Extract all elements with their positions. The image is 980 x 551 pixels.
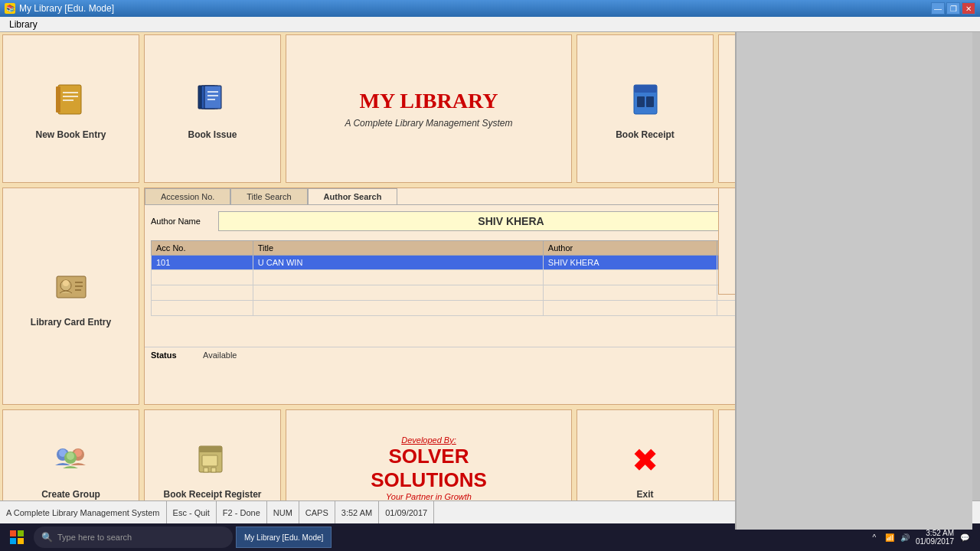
taskbar-time: 3:52 AM <box>916 529 954 537</box>
cell-acc: 101 <box>152 256 253 270</box>
svg-point-37 <box>67 452 74 460</box>
svg-rect-41 <box>204 468 208 472</box>
result-row-1[interactable]: 101 U CAN WIN SHIV KHERA Available <box>152 256 736 270</box>
developer-card: Developed By: SOLVERSOLUTIONS Your Partn… <box>286 409 572 500</box>
search-results: Acc No. Title Author Status 101 U CAN WI… <box>145 240 735 347</box>
right-panel <box>735 32 972 530</box>
book-issue-card[interactable]: Book Issue <box>144 34 281 183</box>
col-acc-no: Acc No. <box>152 241 253 256</box>
restore-button[interactable]: ❐ <box>946 2 960 15</box>
book-icon <box>48 77 94 123</box>
status-label: Status <box>151 350 197 360</box>
brand-title: MY LIBRARY <box>360 89 498 113</box>
menu-bar: Library <box>0 17 980 32</box>
col-author: Author <box>543 241 717 256</box>
book-receipt-card[interactable]: Book Receipt <box>577 34 714 183</box>
create-group-icon <box>48 437 94 483</box>
svg-rect-14 <box>646 96 654 107</box>
book-receipt-register-icon <box>190 437 236 483</box>
taskbar-icons: ^ 📶 🔊 <box>868 531 911 543</box>
menu-library[interactable]: Library <box>3 18 44 31</box>
status-date: 01/09/2017 <box>379 501 434 523</box>
close-button[interactable]: ✕ <box>962 2 975 15</box>
taskbar-search-placeholder: Type here to search <box>57 533 132 542</box>
col-title: Title <box>253 241 543 256</box>
exit-label: Exit <box>636 489 653 500</box>
exit-card[interactable]: ✖ Exit <box>577 409 714 500</box>
status-value: Available <box>203 350 237 360</box>
developer-tagline: Your Partner in Growth <box>386 492 472 500</box>
svg-rect-51 <box>18 538 24 544</box>
create-group-card[interactable]: Create Group <box>2 409 139 500</box>
status-num: NUM <box>267 501 299 523</box>
tab-author-search[interactable]: Author Search <box>308 188 398 204</box>
author-name-input[interactable]: SHIV KHERA <box>218 211 735 231</box>
new-book-entry-card[interactable]: New Book Entry <box>2 34 139 183</box>
svg-rect-7 <box>204 86 221 109</box>
status-section: Status Available <box>145 347 735 404</box>
search-input-row: Author Name SHIV KHERA OK <box>145 205 735 234</box>
result-row-4 <box>152 301 736 316</box>
result-row-2 <box>152 270 736 285</box>
new-book-entry-label: New Book Entry <box>35 129 106 140</box>
result-table: Acc No. Title Author Status 101 U CAN WI… <box>151 240 735 316</box>
main-grid: New Book Entry Book Issue <box>0 32 735 500</box>
svg-rect-13 <box>637 96 645 107</box>
library-card-icon <box>48 265 94 311</box>
start-button[interactable] <box>3 527 31 548</box>
exit-icon: ✖ <box>622 437 668 483</box>
developer-name: SOLVERSOLUTIONS <box>371 445 487 492</box>
book-receipt-register-card[interactable]: Book Receipt Register <box>144 409 281 500</box>
create-group-label: Create Group <box>41 489 100 500</box>
status-f2: F2 - Done <box>217 501 267 523</box>
taskbar-network-icon[interactable]: 📶 <box>884 531 896 543</box>
book-receipt-register-label: Book Receipt Register <box>163 489 261 500</box>
svg-rect-40 <box>202 455 217 466</box>
tab-accession-no[interactable]: Accession No. <box>145 188 230 204</box>
library-card-entry-card[interactable]: Library Card Entry <box>2 187 139 405</box>
search-panel: Accession No. Title Search Author Search… <box>144 187 735 405</box>
status-app: A Complete Library Management System <box>0 501 167 523</box>
tab-title-search[interactable]: Title Search <box>230 188 307 204</box>
result-row-3 <box>152 285 736 301</box>
book-receipt-label: Book Receipt <box>616 129 675 140</box>
main-content: New Book Entry Book Issue <box>0 32 980 500</box>
list-of-books-card[interactable]: List Of Books <box>718 34 735 183</box>
taskbar-search[interactable]: 🔍 Type here to search <box>34 527 233 548</box>
svg-point-23 <box>63 280 69 286</box>
svg-rect-12 <box>634 85 657 93</box>
developed-by-label: Developed By: <box>401 435 456 445</box>
title-bar-controls: — ❐ ✕ <box>931 2 975 15</box>
book-issue-register-card[interactable]: Book Issue Register <box>718 187 735 295</box>
ledger-card[interactable]: Ledger <box>718 409 735 500</box>
cell-author: SHIV KHERA <box>543 256 717 270</box>
taskbar-volume-icon[interactable]: 🔊 <box>899 531 911 543</box>
status-caps: CAPS <box>299 501 335 523</box>
title-bar-text: My Library [Edu. Mode] <box>19 3 114 14</box>
book-issue-icon <box>190 77 236 123</box>
taskbar-date: 01/09/2017 <box>916 537 954 546</box>
author-name-label: Author Name <box>151 217 212 226</box>
book-receipt-icon <box>622 77 668 123</box>
svg-rect-0 <box>58 85 81 114</box>
status-esc: Esc - Quit <box>167 501 217 523</box>
svg-rect-48 <box>10 530 16 536</box>
book-issue-label: Book Issue <box>188 129 237 140</box>
svg-rect-50 <box>10 538 16 544</box>
svg-rect-39 <box>199 446 222 452</box>
minimize-button[interactable]: — <box>931 2 945 15</box>
status-time: 3:52 AM <box>335 501 379 523</box>
search-tabs: Accession No. Title Search Author Search <box>145 188 735 205</box>
taskbar-app-button[interactable]: My Library [Edu. Mode] <box>236 527 332 548</box>
svg-rect-49 <box>18 530 24 536</box>
library-card-label: Library Card Entry <box>31 317 111 328</box>
brand-subtitle: A Complete Library Management System <box>345 118 513 129</box>
taskbar-chevron-icon[interactable]: ^ <box>868 531 880 543</box>
taskbar-right: ^ 📶 🔊 3:52 AM 01/09/2017 💬 <box>868 529 977 546</box>
svg-rect-42 <box>211 468 216 472</box>
svg-rect-1 <box>56 86 60 112</box>
taskbar-time-display: 3:52 AM 01/09/2017 <box>916 529 954 546</box>
taskbar-notification-icon[interactable]: 💬 <box>959 531 971 543</box>
cell-title: U CAN WIN <box>253 256 543 270</box>
app-icon: 📚 <box>5 3 15 14</box>
